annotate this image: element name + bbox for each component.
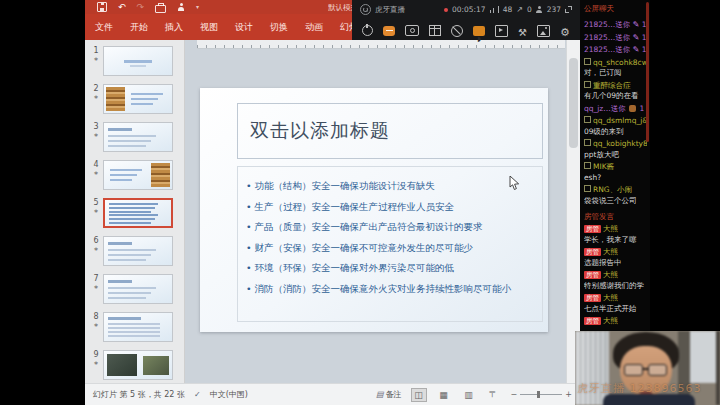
chat-section-header: 房管发言	[584, 212, 647, 222]
gift-pen-icon: ✎	[633, 33, 640, 42]
chat-message: 21825…送你 ✎ 1	[584, 20, 647, 31]
animation-star-icon: ∗	[89, 283, 103, 290]
zoom-in-icon[interactable]: +	[565, 390, 572, 399]
chat-username: 大熊	[603, 224, 618, 233]
chat-text: esh?	[584, 173, 647, 184]
chat-icon[interactable]	[383, 26, 395, 36]
animation-star-icon: ∗	[89, 131, 103, 138]
slide-thumb-2[interactable]: 2∗	[89, 84, 184, 114]
zoom-control[interactable]: − +	[511, 390, 572, 399]
slide-canvas[interactable]: 双击以添加标题 • 功能（结构）安全一确保功能设计没有缺失• 生产（过程）安全一…	[200, 88, 548, 332]
slide-thumb-3[interactable]: 3∗	[89, 122, 184, 152]
chat-message: qq_dsmlmq_j&…09级的来到	[584, 116, 647, 137]
chat-text: 学长，我来了噻	[584, 235, 647, 246]
zoom-out-icon[interactable]: −	[511, 390, 518, 399]
bullet-item: • 消防（消防）安全一确保意外火灾对业务持续性影响尽可能小	[246, 279, 542, 300]
status-bar: 幻灯片 第 5 张，共 22 张 ✓ 中文(中国) 备注 ◫ ▦ ▥ 〒 − +	[85, 383, 580, 405]
chat-text: 有几个09的在看	[584, 91, 647, 102]
language-label[interactable]: 中文(中国)	[210, 389, 248, 400]
mute-icon[interactable]	[451, 25, 463, 37]
tab-1[interactable]: 文件	[95, 21, 113, 34]
frame-edge	[716, 331, 720, 405]
chat-text: 袋袋说三个公司	[584, 196, 647, 207]
share-icon[interactable]: ↗	[516, 6, 523, 14]
thumb-number: 6	[89, 236, 103, 245]
slide-thumb-8[interactable]: 8∗	[89, 312, 184, 342]
chat-username: qq_shcohk8cw…	[593, 58, 647, 67]
animation-star-icon: ∗	[89, 55, 103, 62]
tools-icon[interactable]	[518, 21, 527, 40]
gift-icon[interactable]	[429, 25, 441, 36]
bullet-item: • 产品（质量）安全一确保产出产品符合最初设计的要求	[246, 217, 542, 238]
caret-down-icon[interactable]: ▾	[196, 4, 199, 10]
moderator-badge: 房管	[584, 248, 601, 256]
stream-tools-row	[352, 16, 580, 40]
chat-username: RNG、小闹	[593, 185, 632, 194]
tab-5[interactable]: 设计	[235, 21, 253, 34]
view-normal-button[interactable]: ◫	[411, 388, 427, 402]
tab-7[interactable]: 动画	[305, 21, 323, 34]
title-placeholder-text: 双击以添加标题	[250, 118, 390, 144]
scene-icon[interactable]	[495, 25, 508, 37]
tab-4[interactable]: 视图	[200, 21, 218, 34]
screen-share-icon[interactable]	[405, 25, 419, 36]
scrollbar-thumb[interactable]	[569, 58, 578, 148]
thumb-number: 4	[89, 160, 103, 169]
settings-icon[interactable]	[560, 21, 570, 40]
view-reading-button[interactable]: ▥	[461, 388, 477, 402]
tab-2[interactable]: 开始	[130, 21, 148, 34]
save-icon[interactable]	[97, 2, 107, 12]
tab-6[interactable]: 切换	[270, 21, 288, 34]
chat-username: qq_dsmlmq_j&…	[593, 116, 647, 125]
view-sorter-button[interactable]: ▦	[436, 388, 452, 402]
print-icon[interactable]	[155, 5, 166, 13]
thumbnail-list: 1∗2∗3∗4∗5∗6∗7∗8∗9∗	[85, 46, 184, 380]
notes-button[interactable]: 备注	[376, 389, 402, 400]
zoom-slider[interactable]	[520, 394, 562, 395]
slide-thumb-5[interactable]: 5∗	[89, 198, 184, 228]
moderator-badge: 房管	[584, 225, 601, 233]
brand-label: 虎牙直播	[375, 5, 405, 15]
glasses	[624, 364, 669, 376]
power-icon[interactable]	[362, 25, 373, 36]
chat-message: RNG、小闹袋袋说三个公司	[584, 185, 647, 206]
slide-thumb-7[interactable]: 7∗	[89, 274, 184, 304]
chat-message: 房管大熊	[584, 316, 647, 327]
undo-icon[interactable]: ↶	[118, 3, 126, 12]
spellcheck-icon[interactable]: ✓	[194, 390, 201, 399]
stream-stats-row: 虎牙直播 00:05:17 48 ↗ 0 237	[352, 0, 580, 16]
expand-icon[interactable]	[565, 6, 572, 13]
slide-thumb-9[interactable]: 9∗	[89, 350, 184, 380]
webcam-video: 虎牙直播 123896563	[575, 331, 720, 405]
thumb-number: 9	[89, 350, 103, 359]
member-badge-icon	[584, 185, 591, 192]
mode-label[interactable]: 默认模式	[328, 3, 354, 13]
window-background-right	[690, 331, 716, 383]
thumb-number: 3	[89, 122, 103, 131]
chat-header: 公屏聊天	[584, 4, 647, 14]
moderator-badge: 房管	[584, 271, 601, 279]
user-account-icon[interactable]	[177, 3, 185, 12]
view-slideshow-button[interactable]: 〒	[486, 388, 502, 402]
title-placeholder[interactable]: 双击以添加标题	[237, 103, 543, 159]
chat-message: 21825…送你 ✎ 1	[584, 45, 647, 56]
image-icon[interactable]	[537, 25, 550, 37]
chat-text: 七点半正式开始	[584, 304, 647, 315]
slide-thumb-1[interactable]: 1∗	[89, 46, 184, 76]
redo-icon[interactable]: ↷	[137, 3, 145, 12]
animation-star-icon: ∗	[89, 245, 103, 252]
media-icon[interactable]	[473, 26, 485, 36]
thumb-number: 7	[89, 274, 103, 283]
content-placeholder[interactable]: • 功能（结构）安全一确保功能设计没有缺失• 生产（过程）安全一确保生产过程作业…	[237, 166, 543, 322]
member-badge-icon	[584, 58, 591, 65]
zoom-knob[interactable]	[537, 391, 540, 398]
slide-thumb-6[interactable]: 6∗	[89, 236, 184, 266]
slide-thumb-4[interactable]: 4∗	[89, 160, 184, 190]
chat-message: 重醉综合症有几个09的在看	[584, 81, 647, 102]
chat-scrollbar[interactable]	[646, 2, 649, 142]
bullet-item: • 功能（结构）安全一确保功能设计没有缺失	[246, 176, 542, 197]
share-count: 0	[527, 5, 532, 14]
tab-3[interactable]: 插入	[165, 21, 183, 34]
chat-message: 房管大熊七点半正式开始	[584, 293, 647, 314]
chat-text: 特别感谢我们的学	[584, 281, 647, 292]
